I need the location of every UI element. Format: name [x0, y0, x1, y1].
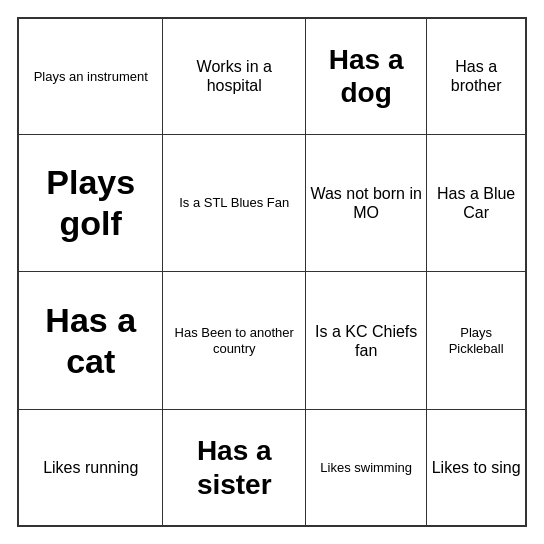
- cell-2-2: Is a KC Chiefs fan: [306, 272, 427, 410]
- cell-0-1: Works in a hospital: [163, 18, 306, 134]
- cell-3-1: Has a sister: [163, 410, 306, 526]
- cell-2-0: Has a cat: [18, 272, 163, 410]
- cell-2-3: Plays Pickleball: [427, 272, 526, 410]
- cell-0-3: Has a brother: [427, 18, 526, 134]
- cell-0-2: Has a dog: [306, 18, 427, 134]
- cell-1-0: Plays golf: [18, 134, 163, 272]
- cell-3-0: Likes running: [18, 410, 163, 526]
- cell-3-3: Likes to sing: [427, 410, 526, 526]
- cell-3-2: Likes swimming: [306, 410, 427, 526]
- cell-0-0: Plays an instrument: [18, 18, 163, 134]
- cell-1-2: Was not born in MO: [306, 134, 427, 272]
- cell-1-3: Has a Blue Car: [427, 134, 526, 272]
- cell-1-1: Is a STL Blues Fan: [163, 134, 306, 272]
- cell-2-1: Has Been to another country: [163, 272, 306, 410]
- bingo-board: Plays an instrumentWorks in a hospitalHa…: [17, 17, 527, 527]
